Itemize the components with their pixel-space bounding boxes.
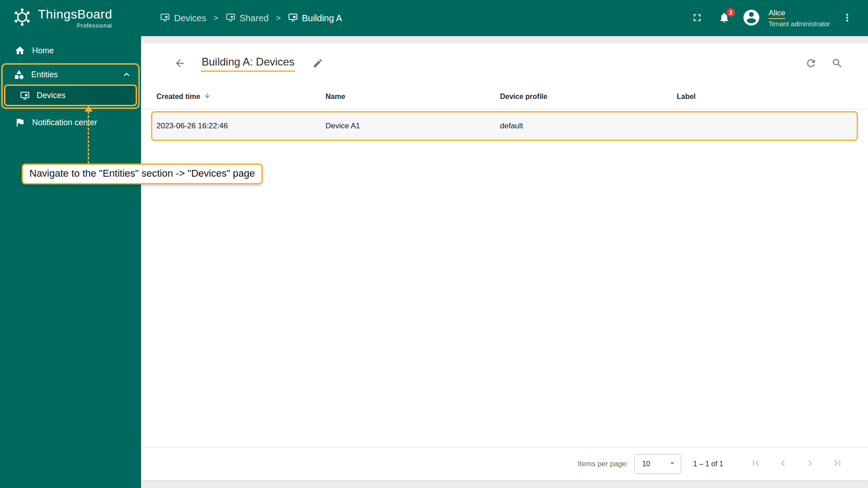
sidebar-item-home[interactable]: Home: [0, 41, 141, 61]
devices-icon: [288, 12, 298, 24]
notifications-button[interactable]: 2: [714, 8, 734, 28]
account-circle-icon: [742, 8, 761, 28]
devices-highlight-box: Devices: [4, 84, 137, 106]
card-title-row: Building A: Devices: [141, 43, 868, 84]
app-edition: Professional: [38, 23, 112, 29]
user-menu[interactable]: Alice Tenant administrator: [769, 8, 830, 28]
devices-icon: [160, 12, 170, 24]
sidebar-nav: Home Entities: [0, 36, 141, 132]
chevron-right-icon: [804, 457, 816, 470]
top-bar: Devices > Shared > Building A: [141, 0, 868, 36]
devices-card: Building A: Devices: [141, 43, 868, 480]
cell-name: Device A1: [326, 122, 500, 131]
sidebar-item-label: Entities: [31, 70, 58, 80]
items-per-page-label: Items per page:: [578, 460, 628, 468]
breadcrumb-label: Devices: [174, 13, 206, 23]
app-title: ThingsBoard: [38, 7, 112, 22]
dropdown-caret-icon: [667, 458, 677, 470]
user-name: Alice: [769, 8, 785, 19]
breadcrumb-item-devices[interactable]: Devices: [160, 12, 206, 24]
home-icon: [14, 45, 25, 56]
chevron-up-icon: [121, 69, 132, 80]
search-icon: [831, 57, 843, 70]
paginator-range: 1 – 1 of 1: [693, 460, 723, 468]
arrow-back-icon: [174, 57, 186, 70]
tutorial-tooltip: Navigate to the "Entities" section -> "D…: [22, 164, 263, 184]
chevron-left-icon: [777, 457, 789, 470]
column-header-created-time[interactable]: Created time: [156, 92, 326, 101]
breadcrumb-separator: >: [213, 14, 218, 23]
first-page-icon: [750, 457, 762, 470]
column-header-label[interactable]: Label: [677, 93, 858, 101]
paginator-buttons: [745, 453, 848, 475]
edit-title-button[interactable]: [308, 54, 328, 74]
sidebar-item-label: Home: [32, 46, 54, 56]
breadcrumb-item-building-a: Building A: [288, 12, 342, 24]
fullscreen-icon: [691, 12, 703, 25]
pencil-icon: [312, 58, 323, 70]
last-page-button[interactable]: [826, 453, 848, 475]
refresh-icon: [805, 57, 817, 70]
notification-badge: 2: [726, 8, 735, 17]
last-page-icon: [831, 457, 843, 470]
entities-icon: [14, 69, 24, 80]
table-actions: [801, 54, 847, 74]
breadcrumb-label: Shared: [240, 13, 269, 23]
items-per-page-select[interactable]: 10: [634, 454, 681, 474]
main-content: Building A: Devices: [141, 36, 868, 488]
breadcrumb-label: Building A: [302, 13, 342, 23]
paginator: Items per page: 10 1 – 1 of 1: [141, 447, 868, 480]
items-per-page-value: 10: [642, 460, 650, 468]
entities-highlight-box: Entities Devices: [1, 63, 140, 109]
previous-page-button[interactable]: [772, 453, 794, 475]
header-actions: 2 Alice Tenant administrator: [687, 8, 868, 28]
sidebar-item-label: Devices: [37, 91, 66, 100]
devices-icon: [226, 12, 236, 24]
user-role: Tenant administrator: [769, 20, 830, 28]
table-header-row: Created time Name Device profile Label: [141, 84, 868, 109]
sidebar-item-notification-center[interactable]: Notification center: [0, 113, 141, 132]
sidebar: ThingsBoard Professional Home Entities: [0, 0, 141, 488]
kebab-menu-button[interactable]: [837, 8, 857, 28]
breadcrumb-item-shared[interactable]: Shared: [226, 12, 269, 24]
flag-icon: [14, 117, 25, 128]
column-header-name[interactable]: Name: [326, 93, 500, 101]
back-button[interactable]: [170, 54, 190, 74]
page-title: Building A: Devices: [201, 56, 295, 72]
breadcrumb-separator: >: [276, 14, 281, 23]
refresh-button[interactable]: [801, 54, 821, 74]
sidebar-item-entities[interactable]: Entities: [3, 65, 138, 84]
devices-icon: [20, 90, 30, 100]
thingsboard-logo[interactable]: ThingsBoard Professional: [0, 0, 141, 36]
breadcrumb: Devices > Shared > Building A: [141, 12, 342, 24]
fullscreen-button[interactable]: [687, 8, 707, 28]
logo-text: ThingsBoard Professional: [38, 7, 112, 29]
sort-desc-icon: [203, 92, 211, 101]
column-header-device-profile[interactable]: Device profile: [500, 93, 677, 101]
first-page-button[interactable]: [745, 453, 767, 475]
cell-device-profile: default: [500, 122, 677, 131]
cell-created-time: 2023-06-26 16:22:46: [156, 122, 326, 131]
table-row[interactable]: 2023-06-26 16:22:46 Device A1 default: [151, 111, 858, 141]
tutorial-dashed-line: [88, 111, 89, 164]
sidebar-item-devices[interactable]: Devices: [5, 86, 136, 105]
thingsboard-logo-icon: [12, 7, 33, 29]
search-button[interactable]: [827, 54, 847, 74]
avatar[interactable]: [741, 8, 761, 28]
kebab-menu-icon: [841, 12, 853, 25]
next-page-button[interactable]: [799, 453, 821, 475]
